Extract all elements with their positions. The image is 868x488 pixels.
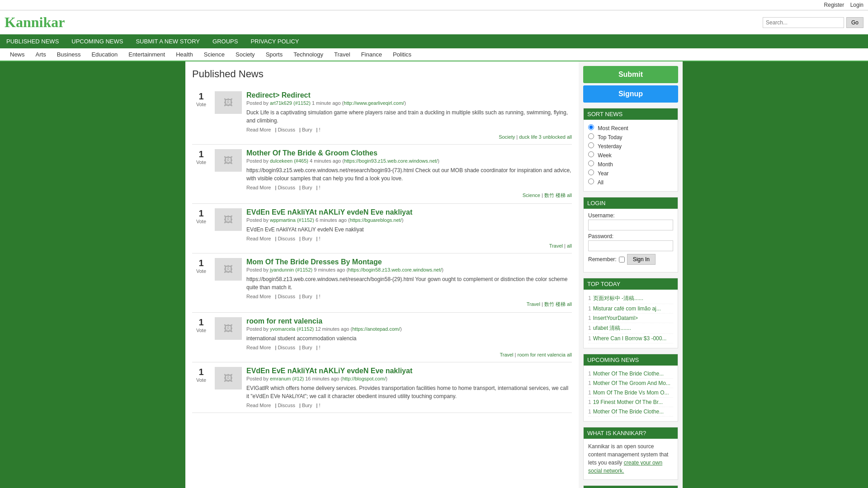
subnav-politics[interactable]: Politics xyxy=(387,48,417,61)
top-today-link[interactable]: Misturar café com limão aj... xyxy=(593,305,661,312)
top-today-link[interactable]: Where Can I Borrow $3 -000... xyxy=(593,335,667,342)
nav-upcoming-news[interactable]: UPCOMING NEWS xyxy=(65,34,129,48)
search-button[interactable]: Go xyxy=(846,17,863,28)
subnav-society[interactable]: Society xyxy=(230,48,260,61)
flag-link[interactable]: ! xyxy=(319,127,321,132)
story-title[interactable]: EVdEn EvE nAkliYAt nAKLiY evdeN Eve nakl… xyxy=(246,367,412,375)
author-link[interactable]: art71k629 (#1152) xyxy=(270,100,311,106)
flag-link[interactable]: ! xyxy=(319,294,321,299)
sort-yesterday[interactable]: Yesterday xyxy=(588,141,673,150)
top-users-box: TOP USERS xyxy=(583,485,678,488)
story-item: 1 Vote 🖼 EVdEn EvE nAkliYAt nAKLiY evdeN… xyxy=(192,362,572,413)
bury-link[interactable]: Bury xyxy=(302,403,312,408)
bury-link[interactable]: Bury xyxy=(302,294,312,299)
read-more-link[interactable]: Read More xyxy=(246,294,271,299)
subnav-science[interactable]: Science xyxy=(198,48,230,61)
subnav-travel[interactable]: Travel xyxy=(329,48,356,61)
upcoming-link[interactable]: Mother Of The Bride Clothe... xyxy=(593,408,664,415)
story-title[interactable]: Redirect> Redirect xyxy=(246,91,311,99)
story-title[interactable]: EVdEn EvE nAkliYAt nAKLiY evdeN Eve nakl… xyxy=(246,208,412,216)
source-link[interactable]: http://www.gearliveqirl.com/ xyxy=(344,100,404,106)
discuss-link[interactable]: Discuss xyxy=(278,236,295,241)
submit-button[interactable]: Submit xyxy=(583,66,678,83)
signin-button[interactable]: Sign In xyxy=(627,254,656,265)
author-link[interactable]: jyandunnin (#1152) xyxy=(270,267,312,272)
signup-button[interactable]: Signup xyxy=(583,85,678,103)
subnav-education[interactable]: Education xyxy=(86,48,123,61)
author-link[interactable]: yvomarcela (#1152) xyxy=(270,326,314,332)
discuss-link[interactable]: Discuss xyxy=(278,127,295,132)
vote-number: 1 xyxy=(192,149,210,160)
upcoming-link[interactable]: 19 Finest Mother Of The Br... xyxy=(593,399,663,405)
discuss-link[interactable]: Discuss xyxy=(278,185,295,190)
upcoming-link[interactable]: Mom Of The Bride Vs Mom O... xyxy=(593,389,669,396)
sort-week[interactable]: Week xyxy=(588,150,673,160)
discuss-link[interactable]: Discuss xyxy=(278,294,295,299)
read-more-link[interactable]: Read More xyxy=(246,127,271,132)
list-item: 1Mother Of The Bride Clothe... xyxy=(588,369,673,379)
subnav-arts[interactable]: Arts xyxy=(30,48,52,61)
story-excerpt: https://bogin93.z15.web.core.windows.net… xyxy=(246,166,572,183)
source-link[interactable]: https://bguareblogs.net/ xyxy=(350,217,402,223)
story-title[interactable]: Mom Of The Bride Dresses By Montage xyxy=(246,258,382,266)
upcoming-link[interactable]: Mother Of The Groom And Mo... xyxy=(593,380,670,386)
register-link[interactable]: Register xyxy=(824,2,844,8)
remember-checkbox[interactable] xyxy=(619,257,625,263)
read-more-link[interactable]: Read More xyxy=(246,403,271,408)
source-link[interactable]: http://blogspot.com/ xyxy=(342,376,386,381)
subnav-entertainment[interactable]: Entertainment xyxy=(123,48,170,61)
top-today-link[interactable]: ufabet 清稿....... xyxy=(593,325,631,331)
nav-submit-story[interactable]: SUBMIT A NEW STORY xyxy=(129,34,206,48)
nav-groups[interactable]: GROUPS xyxy=(206,34,244,48)
upcoming-link[interactable]: Mother Of The Bride Clothe... xyxy=(593,371,664,377)
author-link[interactable]: emranum (#12) xyxy=(270,376,304,381)
read-more-link[interactable]: Read More xyxy=(246,236,271,241)
subnav-news[interactable]: News xyxy=(5,48,30,61)
subnav-technology[interactable]: Technology xyxy=(288,48,329,61)
top-today-link[interactable]: 页面对标中 -清稿...... xyxy=(593,295,643,301)
author-link[interactable]: wppmartina (#1152) xyxy=(270,217,314,223)
bury-link[interactable]: Bury xyxy=(302,185,312,190)
story-tags: Travel | room for rent valencia all xyxy=(246,352,572,357)
flag-link[interactable]: ! xyxy=(319,345,321,350)
story-item: 1 Vote 🖼 Mom Of The Bride Dresses By Mon… xyxy=(192,253,572,313)
author-link[interactable]: dulcekeen (#465) xyxy=(270,158,308,164)
subnav-health[interactable]: Health xyxy=(170,48,198,61)
search-input[interactable] xyxy=(763,17,844,28)
read-more-link[interactable]: Read More xyxy=(246,345,271,350)
story-meta: Posted by yvomarcela (#1152) 12 minutes … xyxy=(246,326,572,332)
source-link[interactable]: https://bogin58.z13.web.core.windows.net… xyxy=(348,267,442,272)
nav-published-news[interactable]: PUBLISHED NEWS xyxy=(0,34,65,48)
sort-all[interactable]: All xyxy=(588,178,673,187)
bury-link[interactable]: Bury xyxy=(302,127,312,132)
subnav-finance[interactable]: Finance xyxy=(356,48,387,61)
story-title[interactable]: room for rent valencia xyxy=(246,317,322,325)
discuss-link[interactable]: Discuss xyxy=(278,403,295,408)
username-input[interactable] xyxy=(588,220,673,230)
source-link[interactable]: https://anotepad.com/ xyxy=(352,326,400,332)
sort-year[interactable]: Year xyxy=(588,169,673,178)
bury-link[interactable]: Bury xyxy=(302,236,312,241)
read-more-link[interactable]: Read More xyxy=(246,185,271,190)
story-tags: Travel | 数竹 楼梯 all xyxy=(246,301,572,308)
story-image: 🖼 xyxy=(215,149,242,172)
subnav-sports[interactable]: Sports xyxy=(260,48,288,61)
flag-link[interactable]: ! xyxy=(319,236,321,241)
story-image: 🖼 xyxy=(215,367,242,389)
vote-box: 1 Vote xyxy=(192,258,210,308)
sort-most-recent[interactable]: Most Recent xyxy=(588,123,673,132)
list-item: 1Where Can I Borrow $3 -000... xyxy=(588,334,673,343)
story-title[interactable]: Mother Of The Bride & Groom Clothes xyxy=(246,149,377,157)
discuss-link[interactable]: Discuss xyxy=(278,345,295,350)
top-today-link[interactable]: InsertYourDataml> xyxy=(593,315,638,321)
subnav-business[interactable]: Business xyxy=(52,48,86,61)
login-link[interactable]: Login xyxy=(850,2,863,8)
bury-link[interactable]: Bury xyxy=(302,345,312,350)
nav-privacy-policy[interactable]: PRIVACY POLICY xyxy=(244,34,305,48)
sort-top-today[interactable]: Top Today xyxy=(588,132,673,141)
source-link[interactable]: https://bogin93.z15.web.core.windows.net… xyxy=(344,158,438,164)
flag-link[interactable]: ! xyxy=(319,403,321,408)
flag-link[interactable]: ! xyxy=(319,185,321,190)
sort-month[interactable]: Month xyxy=(588,160,673,169)
password-input[interactable] xyxy=(588,240,673,251)
